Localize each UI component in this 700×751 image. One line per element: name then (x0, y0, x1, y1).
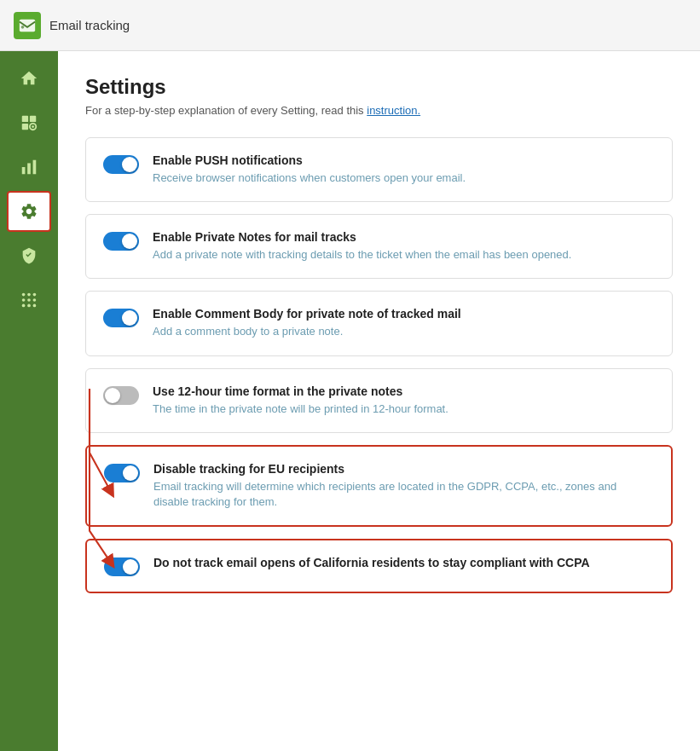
toggle-eu-recipients[interactable] (104, 464, 140, 482)
svg-point-11 (27, 293, 31, 297)
setting-title: Disable tracking for EU recipients (153, 462, 654, 476)
toggle-track (104, 464, 140, 482)
sidebar-item-stats[interactable] (7, 147, 51, 188)
toggle-thumb (122, 310, 137, 326)
setting-desc: The time in the private note will be pri… (153, 401, 655, 417)
settings-list: Enable PUSH notifications Receive browse… (85, 137, 673, 593)
svg-point-18 (33, 304, 37, 308)
toggle-track (104, 557, 140, 576)
svg-rect-9 (33, 160, 37, 175)
svg-point-17 (27, 304, 31, 308)
svg-rect-4 (22, 124, 28, 130)
svg-rect-8 (27, 163, 31, 174)
setting-desc: Receive browser notifications when custo… (153, 170, 655, 186)
app-title: Email tracking (49, 18, 130, 32)
svg-point-1 (21, 26, 25, 29)
svg-point-14 (27, 298, 31, 302)
settings-icon (20, 202, 38, 221)
setting-private-notes: Enable Private Notes for mail tracks Add… (85, 214, 673, 279)
sidebar-item-home[interactable] (7, 58, 51, 99)
setting-twelve-hour: Use 12-hour time format in the private n… (85, 368, 673, 433)
setting-eu-recipients: Disable tracking for EU recipients Email… (85, 445, 673, 527)
app-logo (14, 12, 41, 39)
svg-point-6 (32, 125, 34, 128)
toggle-ccpa[interactable] (104, 557, 140, 576)
svg-rect-2 (22, 116, 28, 122)
toggle-comment-body[interactable] (103, 309, 139, 327)
grid-icon (20, 291, 38, 309)
toggle-track (103, 232, 139, 251)
toggle-twelve-hour[interactable] (103, 386, 139, 405)
sidebar-item-grid[interactable] (7, 280, 51, 321)
svg-point-12 (33, 293, 37, 297)
toggle-push-notifications[interactable] (103, 155, 139, 174)
toggle-thumb (122, 157, 137, 172)
setting-title: Use 12-hour time format in the private n… (153, 384, 655, 398)
setting-title: Enable Private Notes for mail tracks (153, 230, 655, 244)
toggle-track (103, 155, 139, 174)
top-bar: Email tracking (0, 0, 700, 51)
sidebar-item-settings[interactable] (7, 191, 51, 232)
setting-title: Enable PUSH notifications (153, 153, 655, 167)
page-title: Settings (85, 75, 673, 99)
svg-point-10 (22, 293, 26, 297)
setting-desc: Email tracking will determine which reci… (153, 479, 654, 510)
sidebar-item-shield[interactable] (7, 235, 51, 276)
toggle-track (103, 309, 139, 327)
setting-desc: Add a private note with tracking details… (153, 247, 655, 263)
page-subtitle: For a step-by-step explanation of every … (85, 104, 673, 117)
toggle-private-notes[interactable] (103, 232, 139, 251)
sidebar-item-tracking[interactable] (7, 102, 51, 143)
setting-comment-body: Enable Comment Body for private note of … (85, 291, 673, 355)
toggle-thumb (123, 465, 138, 481)
toggle-track (103, 386, 139, 405)
home-icon (20, 69, 38, 88)
sidebar (0, 51, 58, 751)
svg-point-16 (22, 304, 26, 308)
tracking-icon (20, 113, 38, 132)
setting-ccpa: Do not track email opens of California r… (85, 539, 673, 593)
svg-rect-3 (30, 116, 36, 122)
svg-point-13 (22, 298, 26, 302)
setting-title: Do not track email opens of California r… (153, 556, 654, 569)
setting-desc: Add a comment body to a private note. (153, 324, 655, 339)
main-layout: Settings For a step-by-step explanation … (0, 51, 700, 751)
svg-point-15 (33, 298, 37, 302)
instruction-link[interactable]: instruction. (367, 104, 420, 117)
toggle-thumb (123, 559, 138, 575)
shield-icon (20, 246, 38, 265)
stats-icon (20, 158, 38, 176)
toggle-thumb (122, 234, 137, 249)
svg-rect-0 (20, 19, 35, 32)
content-area: Settings For a step-by-step explanation … (58, 51, 700, 751)
svg-rect-7 (22, 167, 26, 174)
setting-push-notifications: Enable PUSH notifications Receive browse… (85, 137, 673, 202)
toggle-thumb (105, 388, 120, 403)
setting-title: Enable Comment Body for private note of … (153, 307, 655, 321)
